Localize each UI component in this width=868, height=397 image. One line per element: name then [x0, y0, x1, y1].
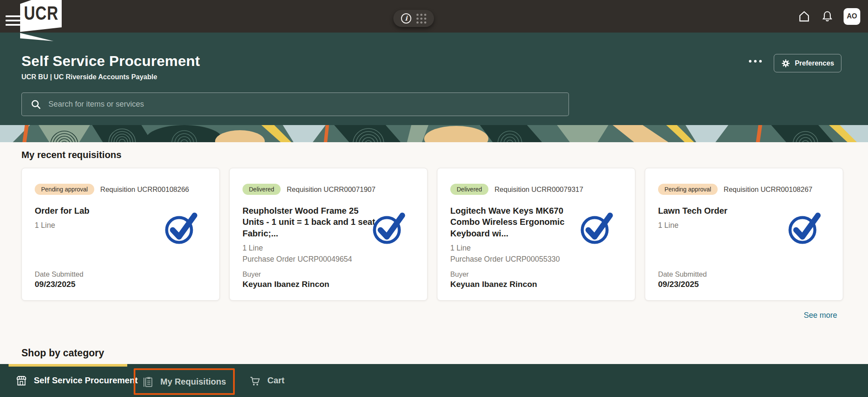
top-bar: UCR i AO — [0, 0, 868, 33]
ucr-logo-text: UCR — [24, 3, 58, 24]
status-badge: Delivered — [242, 184, 281, 195]
footer-label: Buyer — [242, 270, 414, 278]
line-count: 1 Line — [35, 220, 176, 231]
see-more-link[interactable]: See more — [804, 311, 837, 320]
notifications-bell-icon[interactable] — [820, 9, 834, 23]
nav-item-cart[interactable]: Cart — [249, 364, 284, 397]
home-icon[interactable] — [797, 9, 811, 23]
requisition-number: Requisition UCRR00108266 — [100, 185, 189, 194]
search-input[interactable] — [42, 93, 569, 116]
footer-label: Buyer — [450, 270, 622, 278]
recent-requisitions-heading: My recent requisitions — [21, 149, 122, 161]
preferences-button[interactable]: Preferences — [774, 54, 841, 72]
nav-label: Cart — [267, 376, 284, 385]
requisition-title: Reupholster Wood Frame 25 Units - 1 unit… — [242, 205, 379, 239]
approved-check-icon — [579, 209, 614, 246]
main-content: My recent requisitions Pending approval … — [0, 142, 868, 364]
page-title: Self Service Procurement — [21, 53, 200, 69]
nav-item-self-service-procurement[interactable]: Self Service Procurement — [15, 364, 138, 397]
requisition-card[interactable]: Pending approval Requisition UCRR0010826… — [645, 168, 843, 301]
requisition-card[interactable]: Delivered Requisition UCRR00079317 Logit… — [437, 168, 635, 301]
ucr-logo-ribbon — [20, 33, 54, 42]
app-grid-icon[interactable] — [416, 14, 426, 24]
footer-value: Keyuan Ibanez Rincon — [242, 280, 414, 289]
footer-label: Date Submitted — [35, 270, 207, 278]
shop-by-category-heading: Shop by category — [21, 347, 104, 359]
gear-icon — [781, 59, 790, 68]
approved-check-icon — [164, 209, 199, 246]
requisition-card[interactable]: Delivered Requisition UCRR00071907 Reuph… — [229, 168, 428, 301]
user-avatar[interactable]: AO — [844, 8, 860, 25]
bottom-navigation: Self Service Procurement My Requisitions… — [0, 364, 868, 397]
requisition-card[interactable]: Pending approval Requisition UCRR0010826… — [21, 168, 220, 301]
utility-pill: i — [393, 10, 434, 27]
decorative-banner — [0, 125, 868, 142]
ucr-logo[interactable]: UCR — [20, 0, 62, 42]
nav-item-my-requisitions[interactable]: My Requisitions — [134, 368, 235, 395]
purchase-order: Purchase Order UCRP00055330 — [450, 254, 592, 265]
footer-value: 09/23/2025 — [658, 280, 830, 289]
approved-check-icon — [371, 209, 407, 246]
preferences-label: Preferences — [795, 60, 834, 67]
line-count: 1 Line — [242, 243, 384, 254]
approved-check-icon — [787, 209, 822, 246]
requisitions-clipboard-icon — [142, 376, 154, 388]
status-badge: Delivered — [450, 184, 488, 195]
search-bar — [21, 93, 569, 116]
nav-label: Self Service Procurement — [34, 376, 138, 385]
nav-label: My Requisitions — [160, 377, 226, 387]
requisition-number: Requisition UCRR00079317 — [494, 185, 583, 194]
overflow-menu-icon[interactable] — [749, 60, 762, 63]
footer-label: Date Submitted — [658, 270, 830, 278]
requisition-cards-row: Pending approval Requisition UCRR0010826… — [21, 168, 843, 301]
app-header: Self Service Procurement UCR BU | UC Riv… — [0, 33, 868, 125]
status-badge: Pending approval — [35, 184, 94, 195]
requisition-title: Lawn Tech Order — [658, 205, 794, 216]
purchase-order: Purchase Order UCRP00049654 — [242, 254, 384, 265]
cart-icon — [249, 375, 261, 387]
line-count: 1 Line — [450, 243, 592, 254]
requisition-number: Requisition UCRR00071907 — [287, 185, 375, 194]
search-icon — [30, 99, 42, 110]
requisition-title: Logitech Wave Keys MK670 Combo Wireless … — [450, 205, 587, 239]
requisition-title: Order for Lab — [35, 205, 171, 216]
footer-value: 09/23/2025 — [35, 280, 207, 289]
status-badge: Pending approval — [658, 184, 718, 195]
hamburger-menu-icon[interactable] — [6, 15, 20, 26]
footer-value: Keyuan Ibanez Rincon — [450, 280, 622, 289]
storefront-icon — [15, 375, 27, 387]
business-unit-subtitle: UCR BU | UC Riverside Accounts Payable — [21, 73, 157, 81]
info-icon[interactable]: i — [401, 13, 411, 24]
requisition-number: Requisition UCRR00108267 — [724, 185, 812, 194]
line-count: 1 Line — [658, 220, 799, 231]
